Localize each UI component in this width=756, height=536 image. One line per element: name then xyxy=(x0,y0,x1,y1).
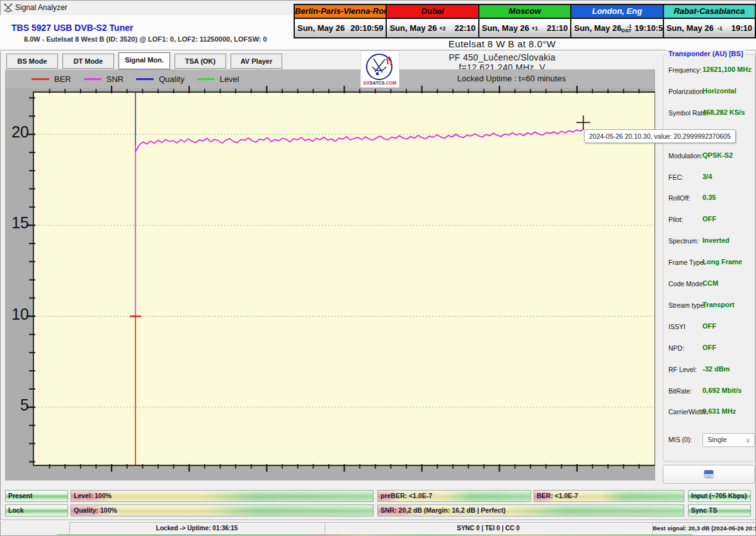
legend-swatch xyxy=(84,78,101,80)
tab-signal-mon-[interactable]: Signal Mon. xyxy=(118,52,170,69)
legend-label: Quality xyxy=(159,74,184,84)
clock-time-row: Sun, May 2620:10:59 xyxy=(295,19,386,37)
transponder-row-value: 12621,100 MHz xyxy=(702,66,752,73)
clock-dst-label: DST xyxy=(621,28,631,33)
clock-offset-sup: -1 xyxy=(718,25,723,32)
legend-item-ber: BER xyxy=(32,74,71,84)
transponder-row-label: Stream type: xyxy=(668,301,706,309)
clock-cell: Berlin-Paris-Vienna-RomaSun, May 2620:10… xyxy=(295,5,387,37)
clock-city-header: Moscow xyxy=(479,5,570,19)
transponder-row-value: CCM xyxy=(702,279,718,287)
transponder-row-value: 3/4 xyxy=(702,173,712,180)
legend-label: SNR xyxy=(106,74,123,84)
transponder-row-label: Pilot: xyxy=(668,216,683,223)
transponder-group-title: Transponder (AU) [BS] xyxy=(667,50,745,57)
clock-city-header: Rabat-Casablanca xyxy=(664,5,755,19)
site-title: PF 450_Lučenec/Slovakia xyxy=(376,52,628,62)
transponder-row-label: CarrierWidth: xyxy=(668,408,707,416)
clock-cell: Rabat-CasablancaSun, May 26-119:10 xyxy=(664,5,755,37)
clock-time-row: Sun, May 26-119:10 xyxy=(664,19,755,37)
chart-legend: BERSNRQualityLevel xyxy=(32,69,239,88)
clock-time-row: Sun, May 26-1DST19:10:59 xyxy=(571,19,662,37)
clock-time: 21:10 xyxy=(547,23,568,33)
transponder-row-label: BitRate: xyxy=(668,387,692,395)
meter-level: Level: 100% xyxy=(71,490,374,502)
legend-item-quality: Quality xyxy=(136,74,184,84)
clock-date: Sun, May 26 xyxy=(667,23,714,33)
clock-date: Sun, May 26 xyxy=(482,23,529,33)
mode-tabs: BS ModeDT ModeSignal Mon.TSA (OK)AV Play… xyxy=(6,54,282,69)
clock-city-header: Dubai xyxy=(387,5,478,19)
meter-label: preBER: <1.0E-7 xyxy=(381,491,432,501)
tab-av-player[interactable]: AV Player xyxy=(231,54,282,69)
transponder-row-value: 0.35 xyxy=(702,194,716,201)
legend-label: Level xyxy=(220,74,239,84)
transponder-row-value: Long Frame xyxy=(702,258,742,265)
clock-time: 20:10:59 xyxy=(350,23,383,33)
transponder-row-label: Code Mode: xyxy=(668,280,704,288)
transponder-row-label: Frame Type: xyxy=(668,259,706,266)
transponder-row-value: Inverted xyxy=(702,236,730,244)
clock-offset-sup: +1 xyxy=(532,25,538,32)
mis-label: MIS (0): xyxy=(668,436,692,443)
clock-cell: DubaiSun, May 26+222:10 xyxy=(387,5,479,37)
transponder-row-value: QPSK-S2 xyxy=(702,151,733,159)
tab-bs-mode[interactable]: BS Mode xyxy=(6,54,58,69)
y-axis-label-15: 15 xyxy=(5,214,29,232)
status-best-signal: Best signal: 20,3 dB (2024-05-26 20:10) xyxy=(652,522,755,534)
transponder-groupbox: Frequency:12621,100 MHzPolarization:Hori… xyxy=(663,54,755,462)
cursor-tooltip: 2024-05-26 20.10.30, value: 20,299999237… xyxy=(584,129,736,143)
transponder-row-label: Spectrum: xyxy=(668,237,699,245)
tuner-details: 8.0W - Eutelsat 8 West B (ID: 3520) @ LO… xyxy=(24,35,267,43)
meter-label: Lock xyxy=(8,505,24,516)
status-bar: Locked -> Uptime: 01:36:15 SYNC 0 | TEI … xyxy=(0,520,756,535)
clock-time-row: Sun, May 26+222:10 xyxy=(387,19,478,37)
clock-city-header: Berlin-Paris-Vienna-Roma xyxy=(295,5,386,19)
export-button[interactable] xyxy=(663,465,755,484)
transponder-row-value: -32 dBm xyxy=(702,365,730,373)
tuner-name: TBS 5927 USB DVB-S2 Tuner xyxy=(11,23,133,33)
chart-legend-bar: BERSNRQualityLevel Locked Uptime : t=60 … xyxy=(5,69,655,88)
meter-label: Level: 100% xyxy=(74,491,112,501)
clock-time: 19:10 xyxy=(731,23,752,33)
transponder-row-value: OFF xyxy=(702,215,716,223)
status-sync-counters: SYNC 0 | TEI 0 | CC 0 xyxy=(324,522,652,534)
tab-dt-mode[interactable]: DT Mode xyxy=(62,54,114,69)
transponder-row-value: 0,692 Mbit/s xyxy=(702,387,742,394)
clock-date: Sun, May 26 xyxy=(389,23,437,33)
meter-label: Input (~705 Kbps) xyxy=(691,491,747,501)
clock-offset-sup: +2 xyxy=(439,25,445,32)
transponder-row-label: Frequency: xyxy=(668,66,702,74)
clock-dst-offset: -1DST xyxy=(621,24,631,33)
transponder-row-value: Horizontal xyxy=(702,87,736,95)
legend-swatch xyxy=(32,78,49,80)
dxsatcs-logo: DXSATCS.COM xyxy=(360,50,399,88)
transponder-row-value: OFF xyxy=(702,322,716,330)
mis-select[interactable]: Single∨ xyxy=(702,433,755,447)
meter-label: Present xyxy=(8,491,33,501)
meter-quality: Quality: 100% xyxy=(71,504,374,516)
transponder-row-value: 0,631 MHz xyxy=(702,407,736,415)
snr-trace xyxy=(135,129,584,151)
locked-uptime-text: Locked Uptime : t=60 minutes xyxy=(436,69,587,88)
transponder-row-value: OFF xyxy=(702,344,716,351)
clock-cell: London, EngSun, May 26-1DST19:10:59 xyxy=(571,5,663,37)
meter-snr: SNR: 20,2 dB (Margin: 16,2 dB | Perfect) xyxy=(377,504,684,516)
transponder-row-label: FEC: xyxy=(668,173,684,181)
clock-time: 22:10 xyxy=(455,23,476,33)
transponder-row-label: NPD: xyxy=(668,344,684,352)
legend-item-snr: SNR xyxy=(84,74,123,84)
signal-plot[interactable] xyxy=(33,91,655,466)
window-title: Signal Analyzer xyxy=(15,3,67,12)
app-antenna-icon xyxy=(4,3,13,12)
transponder-row-label: Modulation: xyxy=(668,152,702,160)
clock-city-header: London, Eng xyxy=(571,5,662,19)
meter-label: BER: <1.0E-7 xyxy=(537,491,578,501)
meter-label: Quality: 100% xyxy=(74,505,117,516)
chevron-down-icon: ∨ xyxy=(745,434,750,446)
meter-preber: preBER: <1.0E-7 xyxy=(377,490,531,502)
tab-tsa-ok-[interactable]: TSA (OK) xyxy=(175,54,226,69)
meter-input-705-kbps-: Input (~705 Kbps) xyxy=(688,490,751,502)
dxsatcs-logo-art: DXSATCS.COM xyxy=(361,51,399,87)
transponder-row-value: Transport xyxy=(702,301,735,308)
